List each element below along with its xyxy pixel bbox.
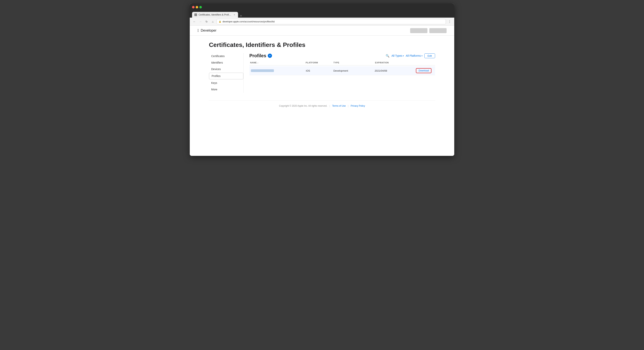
privacy-policy-link[interactable]: Privacy Policy <box>351 104 365 107</box>
all-platforms-label: All Platforms <box>406 54 421 57</box>
all-platforms-dropdown[interactable]: All Platforms ▾ <box>406 54 422 57</box>
header-account-btn[interactable] <box>410 28 428 33</box>
page-content:  Developer Certificates, Identifiers & … <box>190 26 454 156</box>
traffic-lights <box>192 6 202 8</box>
new-tab-button[interactable]: + <box>239 14 243 18</box>
refresh-button[interactable]: ↻ <box>204 19 209 24</box>
footer-separator-2: | <box>348 104 348 107</box>
browser-window: Certificates, Identifiers & Profile… × +… <box>190 3 454 156</box>
all-types-chevron-icon: ▾ <box>403 55 404 57</box>
header-actions <box>410 28 446 33</box>
active-tab[interactable]: Certificates, Identifiers & Profile… × <box>192 12 238 18</box>
header-brand:  Developer <box>198 28 216 33</box>
sidebar-item-keys[interactable]: Keys <box>209 80 244 86</box>
download-button[interactable]: Download <box>416 68 432 73</box>
page-footer: Copyright © 2020 Apple Inc. All rights r… <box>209 100 435 111</box>
panel-title-area: Profiles + <box>249 53 272 58</box>
url-text: developer.apple.com/account/resources/pr… <box>222 20 275 23</box>
sidebar-item-identifiers[interactable]: Identifiers <box>209 59 244 66</box>
all-types-label: All Types <box>392 54 402 57</box>
tab-favicon <box>194 13 197 16</box>
profile-name-cell <box>250 69 305 72</box>
main-panel: Profiles + 🔍 All Types ▾ All Platforms <box>244 53 435 93</box>
sidebar-item-more[interactable]: More <box>209 86 244 92</box>
all-platforms-chevron-icon: ▾ <box>422 55 422 57</box>
page-title: Certificates, Identifiers & Profiles <box>209 41 435 48</box>
sort-indicator: ↓ <box>257 61 258 64</box>
copyright-text: Copyright © 2020 Apple Inc. All rights r… <box>279 104 327 107</box>
panel-controls: 🔍 All Types ▾ All Platforms ▾ Edit <box>386 53 435 58</box>
table-row: iOS Development 2021/04/08 Download <box>249 66 435 75</box>
col-action-header <box>416 61 435 64</box>
add-profile-button[interactable]: + <box>268 54 272 58</box>
minimize-traffic-light[interactable] <box>196 6 198 8</box>
all-types-dropdown[interactable]: All Types ▾ <box>392 54 404 57</box>
content-layout: Certificates Identifiers Devices Profile… <box>209 53 435 93</box>
maximize-traffic-light[interactable] <box>199 6 202 8</box>
profile-name-placeholder <box>251 69 274 72</box>
col-platform-header: PLATFORM <box>305 61 333 64</box>
sidebar-item-certificates[interactable]: Certificates <box>209 53 244 59</box>
col-type-header: TYPE <box>332 61 374 64</box>
lock-icon: 🔒 <box>219 20 222 23</box>
browser-toolbar: ← → ↻ ⌂ 🔒 developer.apple.com/account/re… <box>190 18 454 26</box>
profile-platform-cell: iOS <box>305 69 333 72</box>
col-expiration-header: EXPIRATION <box>374 61 416 64</box>
profile-action-cell: Download <box>415 68 434 73</box>
back-button[interactable]: ← <box>192 19 197 24</box>
sidebar-item-profiles[interactable]: Profiles <box>209 72 244 79</box>
table-header: NAME ↓ PLATFORM TYPE EXPIRATION <box>249 61 435 65</box>
home-button[interactable]: ⌂ <box>210 19 215 24</box>
header-signin-btn[interactable] <box>429 28 446 33</box>
main-content: Certificates, Identifiers & Profiles Cer… <box>198 36 446 117</box>
search-button[interactable]: 🔍 <box>386 54 390 58</box>
tab-close-button[interactable]: × <box>233 13 236 16</box>
footer-separator-1: | <box>330 104 330 107</box>
close-traffic-light[interactable] <box>192 6 194 8</box>
title-bar <box>190 3 454 11</box>
terms-of-use-link[interactable]: Terms of Use <box>332 104 346 107</box>
sidebar: Certificates Identifiers Devices Profile… <box>209 53 244 93</box>
tab-title: Certificates, Identifiers & Profile… <box>198 13 232 16</box>
profile-type-cell: Development <box>333 69 374 72</box>
forward-button[interactable]: → <box>198 19 203 24</box>
profile-expiration-cell: 2021/04/08 <box>374 69 415 72</box>
address-bar[interactable]: 🔒 developer.apple.com/account/resources/… <box>216 19 446 24</box>
panel-title: Profiles <box>249 53 266 58</box>
edit-button[interactable]: Edit <box>424 53 435 58</box>
col-name-header[interactable]: NAME ↓ <box>249 61 305 64</box>
apple-logo-icon:  <box>198 28 199 33</box>
developer-label: Developer <box>201 28 216 32</box>
panel-header: Profiles + 🔍 All Types ▾ All Platforms <box>249 53 435 58</box>
apple-header:  Developer <box>190 26 454 36</box>
browser-menu-button[interactable]: ⋮ <box>447 19 452 24</box>
sidebar-item-devices[interactable]: Devices <box>209 66 244 72</box>
tab-bar: Certificates, Identifiers & Profile… × + <box>190 11 454 18</box>
